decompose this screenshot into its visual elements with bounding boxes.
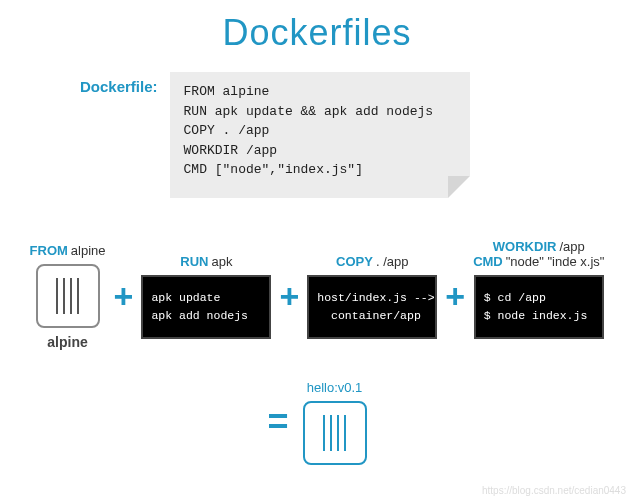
plus-icon: + (443, 277, 467, 316)
page-fold-icon (448, 176, 470, 198)
argument: alpine (71, 243, 106, 258)
dockerfile-section: Dockerfile: FROM alpine RUN apk update &… (0, 72, 634, 198)
keyword: COPY (336, 254, 373, 269)
build-steps-row: FROMalpine alpine + RUNapk apk update ap… (0, 226, 634, 350)
layers-icon (36, 264, 100, 328)
step-header: COPY. /app (336, 237, 408, 269)
result-row: = hello:v0.1 (0, 380, 634, 465)
terminal-box: apk update apk add nodejs (141, 275, 271, 339)
plus-icon: + (277, 277, 301, 316)
keyword: FROM (30, 243, 68, 258)
code-line: CMD ["node","index.js"] (184, 160, 456, 180)
argument: /app (559, 239, 584, 254)
terminal-box: host/index.js --> container/app (307, 275, 437, 339)
code-line: WORKDIR /app (184, 141, 456, 161)
term-line: host/index.js --> (317, 291, 434, 304)
page-title: Dockerfiles (0, 0, 634, 54)
term-line: container/app (317, 309, 421, 322)
step-header: RUNapk (180, 237, 232, 269)
keyword: RUN (180, 254, 208, 269)
argument: . /app (376, 254, 409, 269)
dockerfile-label: Dockerfile: (80, 78, 158, 95)
terminal-box: $ cd /app $ node index.js (474, 275, 604, 339)
keyword: CMD (473, 254, 503, 269)
watermark: https://blog.csdn.net/cedian0443 (482, 485, 626, 496)
equals-icon: = (267, 401, 288, 443)
term-line: $ node index.js (484, 309, 588, 322)
step-copy: COPY. /app host/index.js --> container/a… (307, 237, 437, 339)
result-label: hello:v0.1 (307, 380, 363, 395)
term-line: apk update (151, 291, 220, 304)
code-line: RUN apk update && apk add nodejs (184, 102, 456, 122)
layers-icon (303, 401, 367, 465)
step-workdir-cmd: WORKDIR/app CMD"node" "inde x.js" $ cd /… (473, 237, 604, 339)
icon-caption: alpine (47, 334, 87, 350)
step-header: FROMalpine (30, 226, 106, 258)
step-header: WORKDIR/app CMD"node" "inde x.js" (473, 237, 604, 269)
dockerfile-code: FROM alpine RUN apk update && apk add no… (170, 72, 470, 198)
argument: apk (212, 254, 233, 269)
code-line: COPY . /app (184, 121, 456, 141)
term-line: $ cd /app (484, 291, 546, 304)
result-image: hello:v0.1 (303, 380, 367, 465)
step-from: FROMalpine alpine (30, 226, 106, 350)
keyword: WORKDIR (493, 239, 557, 254)
plus-icon: + (112, 277, 136, 316)
code-line: FROM alpine (184, 82, 456, 102)
argument: "node" "inde x.js" (506, 254, 605, 269)
step-run: RUNapk apk update apk add nodejs (141, 237, 271, 339)
term-line: apk add nodejs (151, 309, 248, 322)
